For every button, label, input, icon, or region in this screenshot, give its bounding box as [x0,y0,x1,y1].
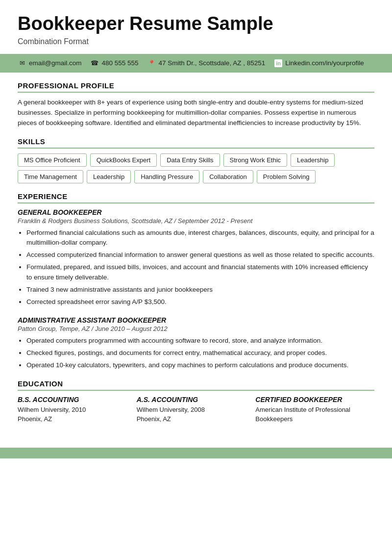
location-icon [147,59,156,68]
education-degree-title: CERTIFIED BOOKKEEPER [255,396,374,404]
skill-tag: Handling Pressure [134,170,199,183]
phone-icon [90,59,99,68]
job-bullet: Formulated, prepared, and issued bills, … [26,262,374,283]
main-content: PROFESSIONAL PROFILE A general bookkeepe… [0,73,392,438]
education-detail: Wilhem University, 2008 [137,405,256,415]
skill-tag: Collaboration [203,170,253,183]
job-bullet: Accessed computerized financial informat… [26,250,374,260]
job-title: ADMINISTRATIVE ASSISTANT BOOKKEEPER [18,316,374,324]
skill-tag: MS Office Proficient [18,153,87,167]
education-title: EDUCATION [18,379,374,391]
education-detail: Wilhem University, 2010 [18,405,137,415]
skills-section: SKILLS MS Office ProficientQuickBooks Ex… [18,137,374,183]
job-bullet: Corrected spreadsheet error saving A/P $… [26,297,374,307]
professional-profile-section: PROFESSIONAL PROFILE A general bookkeepe… [18,81,374,128]
skill-tag: Problem Solving [257,170,316,183]
contact-bar: email@gmail.com 480 555 555 47 Smith Dr.… [0,54,392,73]
resume-header: Bookkeeper Resume Sample Combination For… [0,0,392,54]
jobs-container: GENERAL BOOKKEEPERFranklin & Rodgers Bus… [18,208,374,371]
job-bullet: Operated computers programmed with accou… [26,336,374,346]
job-company: Patton Group, Tempe, AZ / June 2010 – Au… [18,325,374,332]
education-detail: Phoenix, AZ [137,414,256,424]
skill-tag: Leadership [87,170,131,183]
job-bullets: Performed financial calculations such as… [26,228,374,307]
job-item: GENERAL BOOKKEEPERFranklin & Rodgers Bus… [18,208,374,307]
contact-address: 47 Smith Dr., Scottsdale, AZ , 85251 [147,59,266,68]
job-bullet: Checked figures, postings, and documents… [26,348,374,358]
skills-container: MS Office ProficientQuickBooks ExpertDat… [18,153,374,183]
education-section: EDUCATION B.S. ACCOUNTINGWilhem Universi… [18,379,374,424]
skill-tag: Time Management [18,170,83,183]
resume-subtitle: Combination Format [18,37,374,46]
job-bullet: Trained 3 new administrative assistants … [26,285,374,295]
education-item: CERTIFIED BOOKKEEPERAmerican Institute o… [255,396,374,424]
education-degree-title: A.S. ACCOUNTING [137,396,256,404]
skill-tag: Strong Work Ethic [223,153,288,167]
experience-section: EXPERIENCE GENERAL BOOKKEEPERFranklin & … [18,192,374,371]
skill-tag: QuickBooks Expert [90,153,157,167]
education-detail: American Institute of Professional Bookk… [255,405,374,424]
professional-profile-text: A general bookkeeper with 8+ years of ex… [18,98,374,128]
education-degree-title: B.S. ACCOUNTING [18,396,137,404]
linkedin-icon: in [274,59,283,68]
experience-title: EXPERIENCE [18,192,374,203]
contact-email: email@gmail.com [18,59,81,68]
job-bullets: Operated computers programmed with accou… [26,336,374,371]
job-bullet: Operated 10-key calculators, typewriters… [26,360,374,371]
education-item: A.S. ACCOUNTINGWilhem University, 2008Ph… [137,396,256,424]
contact-linkedin: in Linkedin.com/in/yourprofile [274,59,364,68]
footer-bar [0,448,392,458]
education-item: B.S. ACCOUNTINGWilhem University, 2010Ph… [18,396,137,424]
education-grid: B.S. ACCOUNTINGWilhem University, 2010Ph… [18,396,374,424]
job-item: ADMINISTRATIVE ASSISTANT BOOKKEEPERPatto… [18,316,374,371]
skills-title: SKILLS [18,137,374,149]
job-company: Franklin & Rodgers Business Solutions, S… [18,217,374,225]
job-title: GENERAL BOOKKEEPER [18,208,374,216]
skill-tag: Leadership [291,153,335,167]
education-detail: Phoenix, AZ [18,414,137,424]
skill-tag: Data Entry Skills [160,153,220,167]
job-bullet: Performed financial calculations such as… [26,228,374,249]
resume-page: Bookkeeper Resume Sample Combination For… [0,0,392,458]
email-icon [18,59,26,68]
professional-profile-title: PROFESSIONAL PROFILE [18,81,374,93]
resume-title: Bookkeeper Resume Sample [18,14,374,34]
contact-phone: 480 555 555 [90,59,138,68]
